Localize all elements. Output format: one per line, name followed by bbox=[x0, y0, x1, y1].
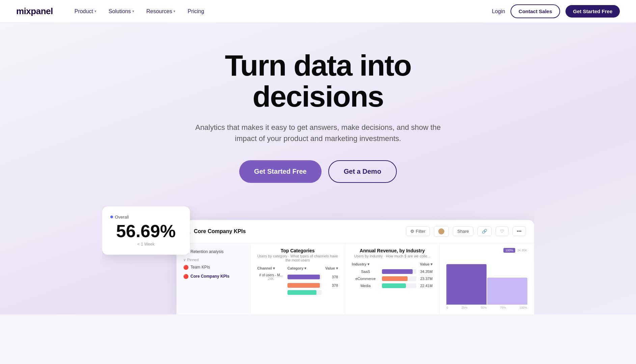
heart-button[interactable]: ♡ bbox=[496, 226, 508, 236]
hero-section: Turn data into decisions Analytics that … bbox=[0, 23, 636, 314]
avatar-button[interactable] bbox=[434, 226, 449, 237]
value-cell: 34.35M bbox=[419, 270, 433, 274]
nav-right: Login Contact Sales Get Started Free bbox=[492, 4, 620, 18]
sort-icon: ▾ bbox=[273, 266, 275, 271]
chart-percent-label: 100% bbox=[503, 248, 515, 253]
axis-labels: 0 25% 50% 75% 100% bbox=[446, 306, 527, 309]
value-col-header: Value ▾ bbox=[324, 266, 338, 271]
table-row: # of users - M... 24K 378 bbox=[257, 273, 338, 281]
header-actions: ⚙ Filter Share 🔗 ♡ bbox=[406, 226, 526, 237]
nav-product[interactable]: Product ▾ bbox=[69, 6, 102, 17]
bar-wrap bbox=[382, 269, 416, 274]
get-demo-button[interactable]: Get a Demo bbox=[328, 160, 397, 183]
link-button[interactable]: 🔗 bbox=[477, 226, 492, 236]
bar-wrap bbox=[287, 290, 322, 295]
main-nav: mixpanel Product ▾ Solutions ▾ Resources… bbox=[0, 0, 636, 23]
bar-fill bbox=[382, 269, 413, 274]
table-row: 378 bbox=[257, 283, 338, 288]
share-button[interactable]: Share bbox=[453, 226, 473, 236]
channel-col-header: Channel ▾ bbox=[257, 266, 285, 271]
hero-buttons: Get Started Free Get a Demo bbox=[16, 160, 620, 183]
bar-column bbox=[487, 278, 527, 305]
top-categories-subtitle: Users by category · What types of channe… bbox=[257, 254, 338, 262]
chart-value-label: 3K.85K bbox=[517, 249, 527, 252]
industry-cell: eCommerce bbox=[352, 277, 379, 281]
dashboard-preview: Overall 56.69% < 1 Week 🍕 Core Company K… bbox=[102, 206, 534, 314]
retention-card: Overall 56.69% < 1 Week bbox=[102, 206, 190, 255]
bar-wrap bbox=[382, 283, 416, 288]
table-row: eCommerce 23.37M bbox=[352, 276, 433, 281]
value-cell: 22.41M bbox=[419, 284, 433, 288]
industry-cell: Media bbox=[352, 284, 379, 288]
sort-icon: ▾ bbox=[304, 266, 306, 271]
top-categories-panel: Top Categories Users by category · What … bbox=[251, 243, 345, 314]
bar-segment bbox=[487, 278, 527, 305]
red-dot-icon: 🔴 bbox=[183, 265, 189, 270]
table-row bbox=[257, 290, 338, 295]
avatar bbox=[438, 228, 444, 234]
value-num-header: Value ▾ bbox=[419, 262, 433, 267]
annual-revenue-header: Industry ▾ Value ▾ bbox=[352, 262, 433, 267]
bar-fill bbox=[287, 290, 316, 295]
sort-icon: ▾ bbox=[367, 262, 369, 267]
main-dashboard-card: 🍕 Core Company KPIs ⚙ Filter Share bbox=[176, 220, 534, 314]
value-cell: 23.37M bbox=[419, 277, 433, 281]
bar-fill bbox=[382, 283, 406, 288]
bar-wrap bbox=[382, 276, 416, 281]
channel-cell: # of users - M... 24K bbox=[257, 273, 285, 281]
red-dot-icon: 🔴 bbox=[183, 274, 189, 279]
retention-period: < 1 Week bbox=[110, 242, 182, 247]
logo[interactable]: mixpanel bbox=[16, 6, 53, 17]
nav-pricing[interactable]: Pricing bbox=[182, 6, 210, 17]
annual-revenue-panel: Annual Revenue, by Industry Users by ind… bbox=[345, 243, 440, 314]
dot-icon bbox=[110, 216, 113, 218]
bar-wrap bbox=[287, 283, 322, 288]
get-started-free-button[interactable]: Get Started Free bbox=[239, 160, 322, 183]
side-team-kpis[interactable]: 🔴 Team KPIs bbox=[181, 263, 246, 272]
kpi-title: 🍕 Core Company KPIs bbox=[185, 228, 246, 234]
hero-subtitle: Analytics that makes it easy to get answ… bbox=[190, 122, 446, 144]
annual-revenue-subtitle: Users by industry · How much $ are we co… bbox=[352, 254, 433, 258]
chevron-down-icon: ▾ bbox=[94, 9, 96, 13]
contact-sales-button[interactable]: Contact Sales bbox=[510, 4, 560, 18]
annual-revenue-title: Annual Revenue, by Industry bbox=[352, 248, 433, 253]
filter-button[interactable]: ⚙ Filter bbox=[406, 226, 430, 236]
retention-label: Overall bbox=[110, 215, 182, 220]
link-icon: 🔗 bbox=[482, 229, 487, 234]
value-col-header bbox=[382, 262, 416, 267]
chart-panel: 100% 3K.85K 0 bbox=[440, 243, 534, 314]
bar-fill bbox=[382, 276, 408, 281]
bar-chart bbox=[446, 254, 527, 305]
more-button[interactable]: ••• bbox=[513, 226, 526, 236]
sort-icon: ▾ bbox=[431, 262, 433, 267]
bar-fill bbox=[287, 283, 320, 288]
nav-resources[interactable]: Resources ▾ bbox=[141, 6, 181, 17]
table-row: SaaS 34.35M bbox=[352, 269, 433, 274]
login-button[interactable]: Login bbox=[492, 8, 505, 15]
pinned-section-label[interactable]: ∨ Pinned bbox=[181, 256, 246, 263]
industry-cell: SaaS bbox=[352, 270, 379, 274]
chevron-down-icon: ▾ bbox=[173, 9, 175, 13]
bar-segment bbox=[446, 264, 487, 305]
table-row: Media 22.41M bbox=[352, 283, 433, 288]
chevron-icon: ∨ bbox=[183, 258, 186, 262]
bar-column bbox=[446, 264, 487, 305]
nav-links: Product ▾ Solutions ▾ Resources ▾ Pricin… bbox=[69, 6, 492, 17]
side-core-kpis[interactable]: 🔴 Core Company KPIs bbox=[181, 272, 246, 281]
nav-get-started-button[interactable]: Get Started Free bbox=[565, 5, 620, 18]
top-categories-header: Channel ▾ Category ▾ Value ▾ bbox=[257, 266, 338, 271]
industry-col-header: Industry ▾ bbox=[352, 262, 379, 267]
nav-solutions[interactable]: Solutions ▾ bbox=[103, 6, 140, 17]
side-retention-analysis[interactable]: 🔴 Retention analysis bbox=[181, 247, 246, 256]
bar-wrap bbox=[287, 275, 322, 279]
retention-percentage: 56.69% bbox=[110, 222, 182, 240]
hero-title: Turn data into decisions bbox=[166, 50, 470, 112]
filter-icon: ⚙ bbox=[410, 229, 414, 234]
top-categories-title: Top Categories bbox=[257, 248, 338, 253]
category-col-header: Category ▾ bbox=[287, 266, 322, 271]
dashboard-body: 🔴 Retention analysis ∨ Pinned 🔴 Team KPI… bbox=[176, 243, 534, 314]
heart-icon: ♡ bbox=[500, 229, 504, 234]
dashboard-header: 🍕 Core Company KPIs ⚙ Filter Share bbox=[176, 220, 534, 243]
more-icon: ••• bbox=[517, 229, 522, 234]
chevron-down-icon: ▾ bbox=[132, 9, 134, 13]
